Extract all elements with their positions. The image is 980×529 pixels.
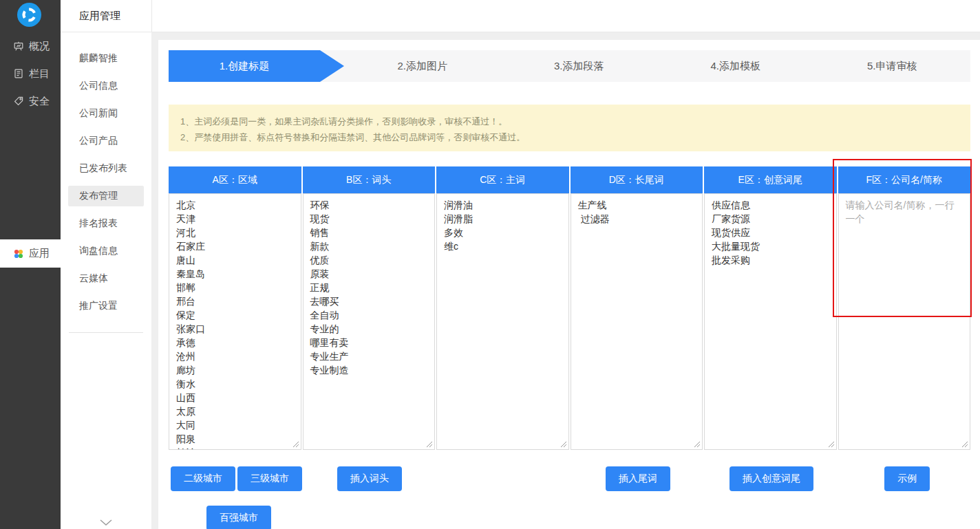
zone-b-prefix: B区：词头 (303, 166, 436, 450)
columns-icon (13, 68, 24, 79)
rail-item-label: 概况 (29, 40, 50, 53)
zone-d-header: D区：长尾词 (571, 166, 703, 193)
notice-line: 1、主词必须是同一类，如果主词杂乱请分类操作，否则影响收录，审核不通过！。 (180, 114, 959, 129)
tertiary-cities-button[interactable]: 三级城市 (237, 466, 302, 491)
zone-f-textarea[interactable] (838, 193, 971, 450)
submenu-item-company-products[interactable]: 公司产品 (61, 127, 151, 155)
zone-b-textarea[interactable] (303, 193, 436, 450)
rail-item-label: 栏目 (29, 67, 50, 80)
zone-d-longtail: D区：长尾词 (571, 166, 703, 450)
step-wizard: 1.创建标题 2.添加图片 3.添加段落 4.添加模板 5.申请审核 (169, 50, 970, 82)
rail-item-columns[interactable]: 栏目 (0, 60, 61, 87)
insert-creative-suffix-button[interactable]: 插入创意词尾 (729, 466, 813, 491)
rail-item-label: 应用 (29, 247, 50, 260)
step-add-template[interactable]: 4.添加模板 (657, 50, 814, 82)
zone-f-company-name: F区：公司名/简称 (838, 166, 971, 450)
overview-icon (13, 41, 24, 52)
security-icon (13, 96, 24, 107)
word-zones: A区：区域 B区：词头 C区：主词 D区：长尾词 (169, 166, 970, 450)
submenu-item-company-info[interactable]: 公司信息 (61, 72, 151, 100)
zone-e-creative-suffix: E区：创意词尾 (704, 166, 837, 450)
submenu-item-company-news[interactable]: 公司新闻 (61, 100, 151, 127)
rail-item-overview[interactable]: 概况 (0, 32, 61, 60)
step-apply-review[interactable]: 5.申请审核 (814, 50, 971, 82)
submenu-divider (69, 332, 143, 333)
zone-a-region: A区：区域 (169, 166, 301, 450)
zone-a-textarea[interactable] (169, 193, 301, 450)
top-header: 应用管理 (61, 0, 980, 32)
top100-cities-button[interactable]: 百强城市 (206, 506, 271, 529)
submenu-item-ranking-report[interactable]: 排名报表 (61, 210, 151, 237)
main-area: 1.创建标题 2.添加图片 3.添加段落 4.添加模板 5.申请审核 1、主词必… (151, 32, 980, 529)
zone-a-header: A区：区域 (169, 166, 301, 193)
secondary-cities-button[interactable]: 二级城市 (171, 466, 235, 491)
insert-prefix-button[interactable]: 插入词头 (337, 466, 402, 491)
rail-item-apps[interactable]: 应用 (0, 239, 61, 268)
primary-sidebar: 概况 栏目 安全 (0, 0, 61, 529)
submenu-item-cloud-media[interactable]: 云媒体 (61, 265, 151, 292)
submenu-item-publish-manage[interactable]: 发布管理 (68, 186, 144, 206)
zone-f-header: F区：公司名/简称 (838, 166, 971, 193)
page-title: 应用管理 (79, 0, 120, 32)
notice-line: 2、严禁使用拼音、标点符号替换和分隔违禁词、其他公司品牌词等，否则审核不通过。 (180, 129, 959, 145)
example-button[interactable]: 示例 (884, 466, 930, 491)
chevron-down-icon (100, 519, 112, 526)
apps-icon (13, 248, 24, 259)
submenu-item-published-list[interactable]: 已发布列表 (61, 155, 151, 182)
submenu-item-inquiry-info[interactable]: 询盘信息 (61, 237, 151, 265)
zone-e-textarea[interactable] (704, 193, 837, 450)
notice-banner: 1、主词必须是同一类，如果主词杂乱请分类操作，否则影响收录，审核不通过！。 2、… (169, 105, 970, 151)
zone-c-main-words: C区：主词 (436, 166, 569, 450)
step-add-paragraph[interactable]: 3.添加段落 (501, 50, 658, 82)
zone-c-textarea[interactable] (436, 193, 569, 450)
step-create-title[interactable]: 1.创建标题 (169, 50, 344, 82)
secondary-sidebar: 麒麟智推 公司信息 公司新闻 公司产品 已发布列表 发布管理 排名报表 询盘信息… (61, 32, 151, 529)
zone-e-header: E区：创意词尾 (704, 166, 837, 193)
zone-d-textarea[interactable] (571, 193, 703, 450)
submenu-item-qilin[interactable]: 麒麟智推 (61, 45, 151, 72)
step-add-images[interactable]: 2.添加图片 (344, 50, 501, 82)
zone-b-header: B区：词头 (303, 166, 436, 193)
rail-item-label: 安全 (29, 95, 50, 108)
app-page: 概况 栏目 安全 (0, 0, 980, 529)
header-divider (151, 0, 152, 32)
content-card: 1.创建标题 2.添加图片 3.添加段落 4.添加模板 5.申请审核 1、主词必… (158, 40, 980, 529)
zone-c-header: C区：主词 (436, 166, 569, 193)
collapse-control[interactable] (61, 519, 151, 526)
insert-suffix-button[interactable]: 插入尾词 (606, 466, 670, 491)
app-logo-icon[interactable] (17, 2, 42, 28)
rail-item-security[interactable]: 安全 (0, 87, 61, 115)
submenu-item-promotion-settings[interactable]: 推广设置 (61, 292, 151, 320)
